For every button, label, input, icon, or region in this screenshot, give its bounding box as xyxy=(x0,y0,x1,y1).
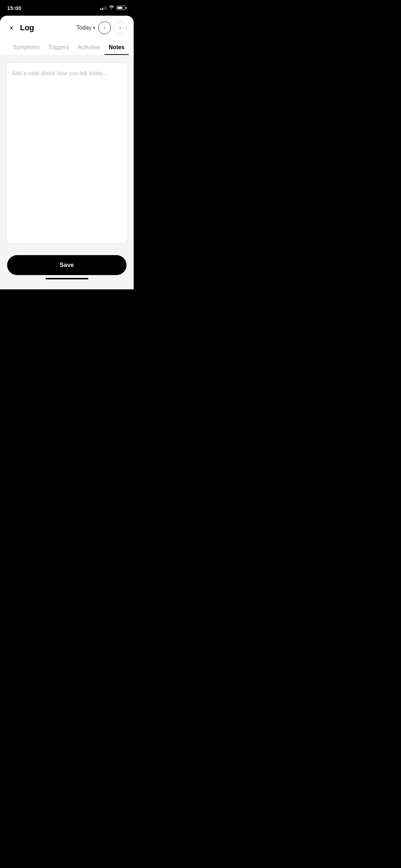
header-right: Today ▾ ‹ › xyxy=(76,21,127,34)
date-selector[interactable]: Today ▾ xyxy=(76,25,95,31)
close-button[interactable]: × xyxy=(7,24,16,32)
header: × Log Today ▾ ‹ › Symptoms Triggers Acti… xyxy=(0,16,134,55)
tab-activities[interactable]: Activities xyxy=(73,40,104,55)
wifi-icon xyxy=(109,5,114,11)
nav-prev-button[interactable]: ‹ xyxy=(98,21,111,34)
header-left: × Log xyxy=(7,23,34,32)
footer: Save xyxy=(0,251,134,289)
page-title: Log xyxy=(20,23,34,32)
tab-symptoms[interactable]: Symptoms xyxy=(9,40,44,55)
tab-notes[interactable]: Notes xyxy=(104,40,129,55)
tabs: Symptoms Triggers Activities Notes xyxy=(7,40,127,55)
signal-icon xyxy=(100,6,107,10)
header-top: × Log Today ▾ ‹ › xyxy=(7,21,127,40)
home-indicator xyxy=(7,275,127,281)
chevron-down-icon: ▾ xyxy=(93,25,95,30)
date-label: Today xyxy=(76,25,92,31)
status-bar: 15:00 xyxy=(0,0,134,16)
save-button[interactable]: Save xyxy=(7,255,127,275)
app-container: × Log Today ▾ ‹ › Symptoms Triggers Acti… xyxy=(0,16,134,289)
status-time: 15:00 xyxy=(7,5,21,11)
status-icons xyxy=(100,5,127,11)
tab-triggers[interactable]: Triggers xyxy=(44,40,73,55)
main-content xyxy=(0,55,134,251)
home-bar xyxy=(46,278,88,279)
battery-icon xyxy=(117,6,127,10)
notes-input[interactable] xyxy=(6,62,128,244)
nav-next-button[interactable]: › xyxy=(114,21,127,34)
